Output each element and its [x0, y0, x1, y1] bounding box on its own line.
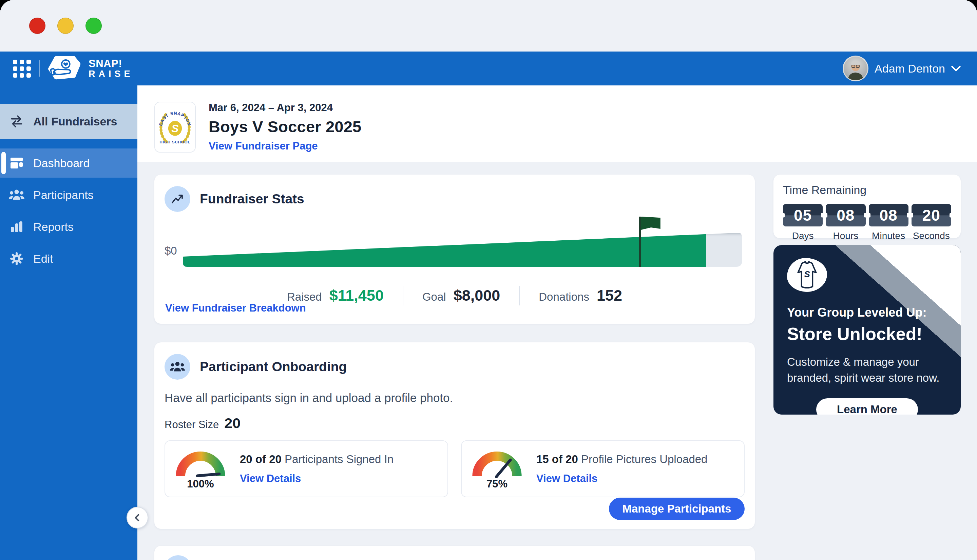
chevron-left-icon: [133, 513, 142, 522]
view-details-link[interactable]: View Details: [536, 473, 597, 485]
manage-participants-button[interactable]: Manage Participants: [609, 498, 745, 520]
gear-icon: [9, 252, 24, 265]
header-divider: [39, 60, 40, 77]
sidebar-item-label: Reports: [33, 220, 73, 233]
view-fundraiser-breakdown-link[interactable]: View Fundraiser Breakdown: [165, 302, 306, 314]
next-card-icon: [165, 555, 192, 560]
fundraiser-date-range: Mar 6, 2024 – Apr 3, 2024: [209, 102, 361, 114]
fundraiser-page-header: EAST SNAPTON S HIGH SCHOOL Mar 6, 2024 –…: [137, 85, 977, 162]
gauge-percent-label: 100%: [173, 478, 228, 490]
signed-in-tile: 100% 20 of 20 Participants Signed In Vie…: [165, 440, 448, 497]
promo-headline: Your Group Leveled Up:: [787, 305, 947, 320]
onboarding-card-title: Participant Onboarding: [200, 359, 347, 374]
store-unlocked-card: S Your Group Leveled Up: Store Unlocked!…: [773, 245, 961, 415]
brand-area: SNAP! RAISE: [13, 56, 134, 81]
profile-pictures-tile: 75% 15 of 20 Profile Pictures Uploaded V…: [461, 440, 745, 497]
view-details-link[interactable]: View Details: [240, 473, 301, 485]
sidebar-item-label: All Fundraisers: [33, 115, 117, 128]
school-logo: EAST SNAPTON S HIGH SCHOOL: [154, 102, 196, 153]
brand-line-1: SNAP!: [89, 58, 134, 69]
gauge-percent-label: 75%: [470, 478, 524, 490]
time-remaining-card: Time Remaining 05 08 08 20 Days Hours Mi…: [773, 175, 961, 238]
promo-title: Store Unlocked!: [787, 324, 947, 344]
people-group-icon: [165, 354, 190, 380]
progress-fill: [183, 233, 706, 267]
svg-text:HIGH SCHOOL: HIGH SCHOOL: [160, 140, 190, 144]
roster-size-value: 20: [224, 415, 240, 432]
countdown-seconds: 20: [912, 204, 951, 227]
countdown-minutes: 08: [869, 204, 909, 227]
user-name: Adam Denton: [875, 62, 945, 75]
countdown-labels: Days Hours Minutes Seconds: [783, 230, 951, 242]
participant-onboarding-card: Participant Onboarding Have all particip…: [154, 342, 755, 529]
signed-in-stat: 20 of 20 Participants Signed In: [240, 453, 394, 466]
tshirt-icon: S: [787, 258, 827, 292]
donations-value: 152: [597, 287, 622, 304]
countdown: 05 08 08 20: [783, 204, 951, 227]
goal-stat: Goal $8,000: [423, 287, 500, 304]
time-remaining-title: Time Remaining: [783, 183, 951, 197]
main-content: EAST SNAPTON S HIGH SCHOOL Mar 6, 2024 –…: [137, 85, 977, 560]
swap-arrows-icon: [9, 115, 24, 127]
user-menu[interactable]: Adam Denton: [843, 56, 961, 82]
traffic-lights: [29, 18, 102, 34]
svg-text:S: S: [172, 123, 179, 135]
sidebar-item-label: Edit: [33, 252, 53, 265]
bar-chart-icon: [9, 221, 24, 233]
sidebar-item-dashboard[interactable]: Dashboard: [0, 148, 137, 178]
sidebar-item-label: Dashboard: [33, 157, 90, 170]
next-section-card: [154, 546, 755, 560]
sidebar-item-participants[interactable]: Participants: [0, 180, 137, 210]
profile-pictures-stat: 15 of 20 Profile Pictures Uploaded: [536, 453, 707, 466]
raised-value: $11,450: [329, 287, 384, 304]
goal-flag-icon: [639, 217, 641, 267]
window-titlebar: [0, 0, 977, 52]
goal-value: $8,000: [454, 287, 500, 304]
stats-card-title: Fundraiser Stats: [200, 192, 304, 207]
close-window-button[interactable]: [29, 18, 45, 34]
snap-raise-logo-icon: [48, 56, 80, 81]
promo-body: Customize & manage your branded, spirit …: [787, 354, 947, 386]
svg-text:S: S: [804, 270, 810, 279]
sidebar-item-all-fundraisers[interactable]: All Fundraisers: [0, 104, 137, 139]
learn-more-button[interactable]: Learn More: [816, 398, 918, 415]
progress-track: [183, 233, 745, 267]
sidebar-item-edit[interactable]: Edit: [0, 244, 137, 273]
progress-chart: $0: [165, 233, 745, 267]
sidebar-item-label: Participants: [33, 188, 94, 202]
sidebar-collapse-button[interactable]: [127, 507, 148, 528]
app-window: SNAP! RAISE Adam Denton: [0, 0, 977, 560]
fundraiser-stats-card: Fundraiser Stats $0: [154, 175, 755, 324]
chevron-down-icon: [951, 65, 961, 72]
dashboard-icon: [9, 157, 24, 169]
sidebar: All Fundraisers Dashboard: [0, 85, 137, 560]
people-icon: [9, 189, 24, 201]
brand-wordmark: SNAP! RAISE: [89, 58, 134, 79]
donations-stat: Donations 152: [539, 287, 622, 304]
trending-up-icon: [165, 186, 190, 212]
app-grid-icon[interactable]: [13, 60, 31, 78]
brand-line-2: RAISE: [89, 69, 134, 79]
gauge-75-icon: [470, 447, 524, 478]
roster-size: Roster Size 20: [165, 415, 745, 432]
zoom-window-button[interactable]: [85, 18, 102, 34]
axis-start-label: $0: [165, 244, 177, 267]
countdown-days: 05: [783, 204, 823, 227]
fundraiser-title: Boys V Soccer 2025: [209, 117, 361, 136]
onboarding-description: Have all participants sign in and upload…: [165, 391, 745, 405]
gauge-100-icon: [173, 447, 228, 478]
countdown-hours: 08: [826, 204, 865, 227]
user-avatar: [843, 56, 868, 82]
view-fundraiser-page-link[interactable]: View Fundraiser Page: [209, 140, 318, 152]
app-header: SNAP! RAISE Adam Denton: [0, 52, 977, 85]
sidebar-item-reports[interactable]: Reports: [0, 212, 137, 242]
minimize-window-button[interactable]: [57, 18, 73, 34]
